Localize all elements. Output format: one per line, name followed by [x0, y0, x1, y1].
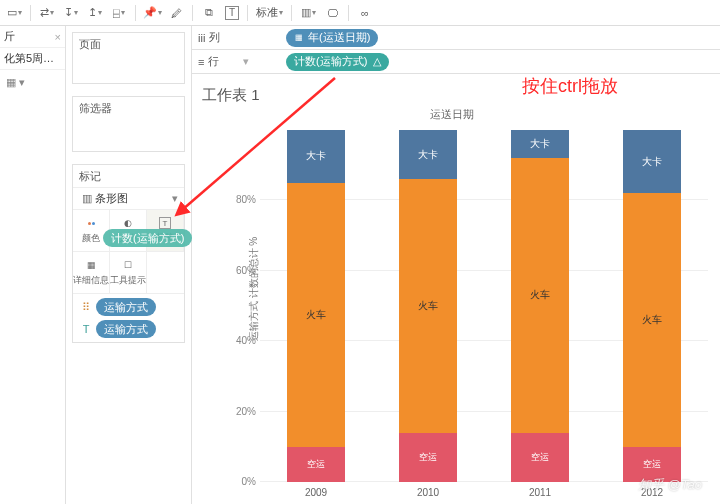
bar-2012[interactable]: 大卡火车空运 — [623, 130, 681, 482]
columns-shelf[interactable]: iii列 ▦年(运送日期) — [192, 26, 720, 50]
marks-label: 标记 — [73, 165, 184, 187]
label-icon: T — [159, 217, 171, 229]
rows-icon: ≡ — [198, 56, 204, 68]
color-icon — [84, 216, 98, 230]
filters-label: 筛选器 — [73, 97, 184, 119]
chart-subtitle: 运送日期 — [192, 107, 712, 122]
annotation-text: 按住ctrl拖放 — [522, 74, 618, 98]
cards-icon[interactable]: ▥ — [300, 5, 316, 21]
group-icon[interactable]: ⌸ — [111, 5, 127, 21]
text-icon[interactable]: T — [225, 6, 239, 20]
share-icon[interactable]: ∞ — [357, 5, 373, 21]
marks-detail[interactable]: ▦ 详细信息 — [73, 252, 110, 294]
color-shelf-icon: ⠿ — [79, 301, 93, 314]
dragging-pill[interactable]: 计数(运输方式) — [103, 229, 192, 247]
bar-2011[interactable]: 大卡火车空运 — [511, 130, 569, 482]
bar-2009[interactable]: 大卡火车空运 — [287, 130, 345, 482]
swap-icon[interactable]: ⇄ — [39, 5, 55, 21]
toolbar: ▭ ⇄ ↧ ↥ ⌸ 📌 🖉 ⧉ T 标准 ▥ 🖵 ∞ — [0, 0, 720, 26]
marks-type-dropdown[interactable]: ▥ 条形图 ▾ — [73, 187, 184, 209]
rows-pill[interactable]: 计数(运输方式)△ — [286, 53, 389, 71]
bar-2010[interactable]: 大卡火车空运 — [399, 130, 457, 482]
marks-pill-1[interactable]: ⠿ 运输方式 — [79, 298, 178, 316]
marks-card: 标记 ▥ 条形图 ▾ 颜色 ◐ 大小 T 标签 — [72, 164, 185, 343]
size-icon: ◐ — [121, 216, 135, 230]
detail-icon: ▦ — [84, 258, 98, 272]
marks-tooltip[interactable]: ☐ 工具提示 — [110, 252, 147, 294]
view-mode-icon[interactable]: ▦ ▾ — [0, 70, 65, 89]
rows-shelf[interactable]: ≡行▾ 计数(运输方式)△ — [192, 50, 720, 74]
fit-dropdown[interactable]: 标准 — [256, 5, 283, 20]
bar-type-icon: ▥ — [79, 191, 95, 207]
pages-label: 页面 — [73, 33, 184, 55]
marks-empty — [147, 252, 184, 294]
marks-pill-2[interactable]: T 运输方式 — [79, 320, 178, 338]
watermark: 知乎 @Tao — [638, 476, 702, 494]
sort-desc-icon[interactable]: ↥ — [87, 5, 103, 21]
link-icon[interactable]: 🖉 — [168, 5, 184, 21]
pin-icon[interactable]: 📌 — [144, 5, 160, 21]
plot-area: 0%20%40%60%80% 大卡火车空运大卡火车空运大卡火车空运大卡火车空运 — [228, 130, 708, 482]
sheet-title[interactable]: 工作表 1 — [202, 86, 712, 105]
label-shelf-icon: T — [79, 323, 93, 335]
analysis-row[interactable]: 斤 × — [0, 26, 65, 48]
pages-card: 页面 — [72, 32, 185, 84]
mark-label-icon[interactable]: ⧉ — [201, 5, 217, 21]
columns-pill[interactable]: ▦年(运送日期) — [286, 29, 378, 47]
sort-asc-icon[interactable]: ↧ — [63, 5, 79, 21]
tooltip-icon: ☐ — [121, 258, 135, 272]
content-area: iii列 ▦年(运送日期) ≡行▾ 计数(运输方式)△ 工作表 1 按住ctrl… — [192, 26, 720, 504]
columns-icon: iii — [198, 32, 205, 44]
presentation-icon[interactable]: 🖵 — [324, 5, 340, 21]
filters-card: 筛选器 — [72, 96, 185, 152]
data-source-icon[interactable]: ▭ — [6, 5, 22, 21]
data-pane: 斤 × 化第5周… ▦ ▾ — [0, 26, 66, 504]
datasource-item[interactable]: 化第5周… — [0, 48, 65, 70]
chart-viz: 工作表 1 按住ctrl拖放 运送日期 运输方式 计数的总计 % 0%20%40… — [192, 74, 720, 504]
close-icon[interactable]: × — [55, 31, 61, 43]
cards-panel: 页面 筛选器 标记 ▥ 条形图 ▾ 颜色 ◐ 大小 — [66, 26, 192, 504]
